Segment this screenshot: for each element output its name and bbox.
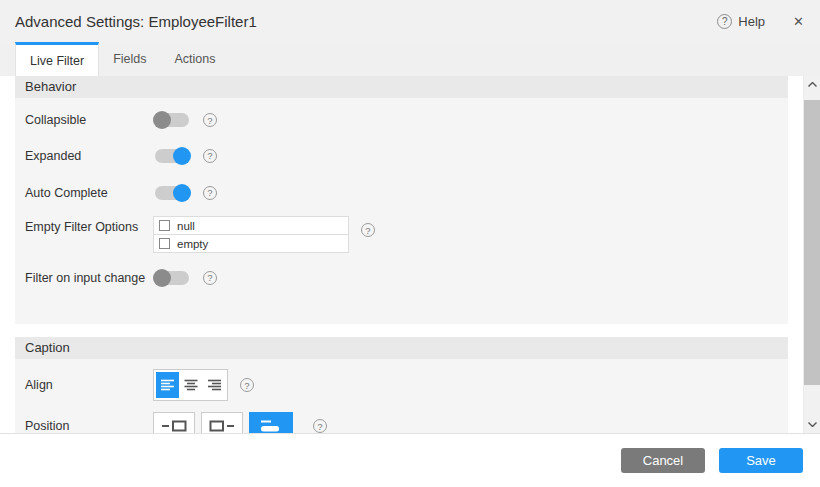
position-label-top-button[interactable] [249,412,293,433]
position-label-right-button[interactable] [201,412,243,433]
align-button-group [153,369,228,401]
page-title: Advanced Settings: EmployeeFilter1 [15,13,257,30]
scrollbar[interactable] [803,76,820,433]
setting-label: Empty Filter Options [25,220,153,234]
section-body-behavior: Collapsible ? Expanded ? A [15,98,788,324]
setting-label: Auto Complete [25,186,153,200]
expanded-toggle[interactable] [153,147,191,165]
option-row-null[interactable]: null [153,216,349,235]
help-icon[interactable]: ? [313,419,327,433]
setting-row-align: Align [15,366,788,404]
section-caption: Caption Align [15,337,788,433]
setting-label: Position [25,419,153,433]
align-left-icon [161,379,175,391]
scroll-up-icon [808,82,817,87]
help-button[interactable]: ? Help [717,14,765,29]
section-body-caption: Align [15,359,788,433]
setting-label: Align [25,378,153,392]
help-icon[interactable]: ? [240,378,254,392]
tab-bar: Live Filter Fields Actions [0,42,820,76]
tab-live-filter[interactable]: Live Filter [15,42,99,76]
toggle-knob [153,111,171,129]
help-icon[interactable]: ? [361,223,375,237]
align-left-button[interactable] [156,372,179,398]
align-center-button[interactable] [179,372,202,398]
collapsible-toggle[interactable] [153,111,191,129]
tab-actions[interactable]: Actions [161,42,230,76]
scrollbar-thumb[interactable] [804,100,820,385]
empty-filter-options-list: null empty [153,216,349,253]
close-icon[interactable]: ✕ [793,15,804,28]
auto-complete-toggle[interactable] [153,184,191,202]
option-label: empty [177,238,208,250]
section-header-caption: Caption [15,337,788,359]
option-label: null [177,220,195,232]
setting-row-filter-on-input-change: Filter on input change ? [15,259,788,296]
toggle-knob [173,147,191,165]
checkbox-empty[interactable] [159,238,170,249]
scroll-down-button[interactable] [804,416,820,433]
help-label: Help [738,14,765,29]
toggle-knob [173,184,191,202]
tab-fields[interactable]: Fields [99,42,160,76]
advanced-settings-dialog: Advanced Settings: EmployeeFilter1 ? Hel… [0,0,820,487]
setting-row-expanded: Expanded ? [15,137,788,174]
help-icon: ? [717,14,732,29]
setting-row-collapsible: Collapsible ? [15,103,788,137]
save-button[interactable]: Save [719,448,803,473]
dialog-footer: Cancel Save [0,433,820,487]
setting-row-auto-complete: Auto Complete ? [15,174,788,211]
position-label-right-icon [209,419,235,433]
help-icon[interactable]: ? [203,271,217,285]
setting-label: Collapsible [25,113,153,127]
section-header-behavior: Behavior [15,76,788,98]
position-label-top-icon [260,419,282,433]
title-bar: Advanced Settings: EmployeeFilter1 ? Hel… [0,0,820,42]
setting-row-position: Position [15,408,788,433]
titlebar-actions: ? Help ✕ [717,14,804,29]
section-gap [15,324,788,337]
cancel-button[interactable]: Cancel [621,448,705,473]
toggle-knob [153,269,171,287]
help-icon[interactable]: ? [203,113,217,127]
position-label-left-icon [161,419,187,433]
option-row-empty[interactable]: empty [153,234,349,253]
align-right-icon [207,379,221,391]
scroll-up-button[interactable] [804,76,820,93]
setting-label: Filter on input change [25,271,153,285]
position-label-left-button[interactable] [153,412,195,433]
scroll-down-icon [808,422,817,427]
section-behavior: Behavior Collapsible ? Expanded [15,76,788,324]
help-icon[interactable]: ? [203,149,217,163]
help-icon[interactable]: ? [203,186,217,200]
setting-label: Expanded [25,149,153,163]
settings-scroll-area: Behavior Collapsible ? Expanded [0,76,803,433]
align-right-button[interactable] [202,372,225,398]
setting-row-empty-filter-options: Empty Filter Options null empty ? [15,211,788,259]
align-center-icon [184,379,198,391]
filter-on-input-change-toggle[interactable] [153,269,191,287]
checkbox-null[interactable] [159,220,170,231]
